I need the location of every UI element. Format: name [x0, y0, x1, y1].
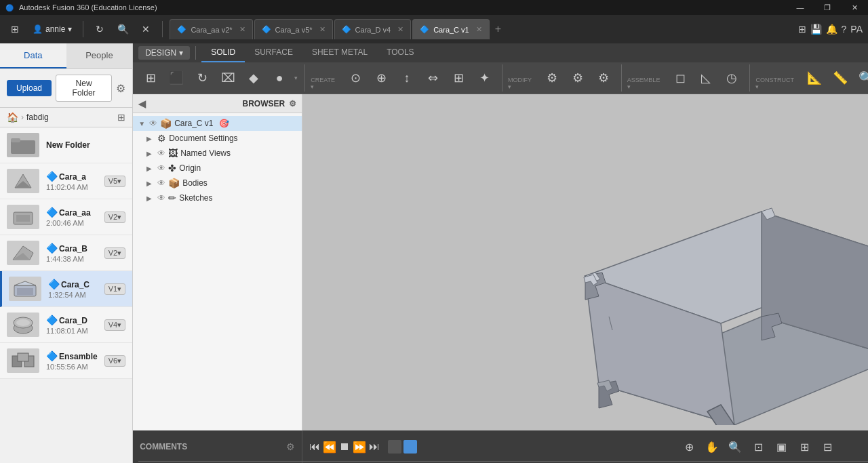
- visibility-icon[interactable]: 👁: [157, 163, 165, 173]
- account-icon[interactable]: PA: [850, 24, 863, 35]
- file-item-cara-c[interactable]: 🔷Cara_C 1:32:54 AM V1▾: [0, 271, 132, 307]
- browser-item-sketches[interactable]: ▶ 👁 ✏ Sketches: [133, 190, 302, 205]
- timeline-start-button[interactable]: ⏮: [309, 441, 320, 453]
- rib-tool[interactable]: ●: [267, 66, 292, 90]
- chamfer-tool[interactable]: ↕: [395, 66, 419, 90]
- revolve-tool[interactable]: ↻: [190, 66, 214, 90]
- tab-cara-c[interactable]: 🔷 Cara_C v1 ✕: [412, 19, 490, 39]
- motion-link-tool[interactable]: ⚙: [591, 66, 616, 90]
- browser-item-root[interactable]: ▼ 👁 📦 Cara_C v1 🎯: [133, 116, 302, 131]
- browser-item-named-views[interactable]: ▶ 👁 🖼 Named Views: [133, 146, 302, 161]
- midplane-tool[interactable]: ◺: [694, 66, 718, 90]
- timeline-next-button[interactable]: ⏩: [353, 441, 366, 454]
- scale-tool[interactable]: ✦: [472, 66, 496, 90]
- tab-cara-a[interactable]: 🔷 Cara_a v5* ✕: [254, 19, 333, 39]
- as-built-joint-tool[interactable]: ⚙: [566, 66, 590, 90]
- user-menu[interactable]: 👤 annie ▾: [28, 23, 76, 35]
- tab-data[interactable]: Data: [0, 43, 66, 68]
- refresh-icon[interactable]: ↻: [90, 20, 109, 39]
- breadcrumb-item[interactable]: fabdig: [26, 113, 49, 122]
- version-badge[interactable]: V1▾: [104, 283, 125, 295]
- tab-close-icon[interactable]: ✕: [319, 25, 326, 34]
- upload-button[interactable]: Upload: [7, 80, 52, 96]
- file-item-cara-aa[interactable]: 🔷Cara_aa 2:00:46 AM V2▾: [0, 199, 132, 235]
- close-button[interactable]: ✕: [841, 0, 868, 15]
- version-badge[interactable]: V2▾: [104, 247, 125, 259]
- capture-icon[interactable]: 🎯: [219, 119, 229, 128]
- new-folder-button[interactable]: New Folder: [56, 75, 112, 102]
- create-more-btn[interactable]: ▾: [293, 75, 299, 81]
- save-icon[interactable]: 💾: [810, 24, 822, 35]
- browser-item-bodies[interactable]: ▶ 👁 📦 Bodies: [133, 176, 302, 190]
- toolbar-tab-sheet-metal[interactable]: SHEET METAL: [302, 43, 377, 62]
- tab-people[interactable]: People: [66, 43, 133, 68]
- zoom-tool[interactable]: 🔍: [726, 437, 745, 456]
- visibility-icon[interactable]: 👁: [157, 148, 165, 158]
- visibility-icon[interactable]: 👁: [149, 119, 157, 128]
- file-item-new-folder[interactable]: New Folder: [0, 127, 132, 163]
- collapse-browser-button[interactable]: ◀: [138, 98, 146, 109]
- measure-tool[interactable]: 📐: [802, 66, 827, 90]
- search-icon[interactable]: 🔍: [113, 20, 132, 39]
- offset-plane-tool[interactable]: ◻: [668, 66, 692, 90]
- file-item-cara-a[interactable]: 🔷Cara_a 11:02:04 AM V5▾: [0, 163, 132, 199]
- display-mode-btn[interactable]: ⊞: [795, 437, 814, 456]
- version-badge[interactable]: V2▾: [104, 212, 125, 223]
- visibility-icon[interactable]: 👁: [157, 193, 165, 203]
- fit-tool[interactable]: ⊡: [749, 437, 768, 456]
- tab-close-icon[interactable]: ✕: [476, 25, 482, 34]
- sweep-tool[interactable]: ⌧: [216, 66, 240, 90]
- tab-close-icon[interactable]: ✕: [239, 25, 245, 34]
- press-pull-tool[interactable]: ⊙: [343, 66, 368, 90]
- browser-settings-icon[interactable]: ⚙: [289, 99, 296, 108]
- orbit-tool[interactable]: ⊕: [679, 437, 698, 456]
- curvature-tool[interactable]: 🔍: [854, 66, 868, 90]
- file-item-ensamble[interactable]: 🔷Ensamble 10:55:56 AM V6▾: [0, 343, 132, 379]
- interference-tool[interactable]: 📏: [828, 66, 852, 90]
- extensions-icon[interactable]: ⊞: [798, 24, 806, 35]
- minimize-button[interactable]: —: [787, 0, 814, 15]
- shell-tool[interactable]: ⇔: [420, 66, 445, 90]
- visibility-icon[interactable]: 👁: [157, 178, 165, 188]
- timeline-play-button[interactable]: ⏹: [339, 441, 350, 453]
- viewport[interactable]: TOP FRONT RIGHT Z: [302, 94, 868, 430]
- new-tab-button[interactable]: +: [491, 23, 505, 35]
- comments-settings-icon[interactable]: ⚙: [286, 441, 295, 452]
- toolbar-tab-surface[interactable]: SURFACE: [245, 43, 302, 62]
- view-mode-btn[interactable]: ▣: [772, 437, 791, 456]
- fillet-tool[interactable]: ⊕: [369, 66, 393, 90]
- version-badge[interactable]: V6▾: [104, 355, 125, 367]
- axis-tool[interactable]: ◷: [719, 66, 744, 90]
- extrude-tool[interactable]: ⬛: [164, 66, 189, 90]
- home-icon[interactable]: 🏠: [7, 112, 18, 123]
- notifications-icon[interactable]: 🔔: [826, 24, 837, 35]
- help-icon[interactable]: ?: [842, 24, 847, 35]
- toolbar-tab-solid[interactable]: SOLID: [201, 43, 245, 62]
- version-badge[interactable]: V5▾: [104, 176, 125, 187]
- maximize-button[interactable]: ❐: [814, 0, 841, 15]
- browser-item-origin[interactable]: ▶ 👁 ✤ Origin: [133, 161, 302, 176]
- grid-icon[interactable]: ⊞: [5, 20, 24, 39]
- loft-tool[interactable]: ◆: [241, 66, 266, 90]
- timeline-prev-button[interactable]: ⏪: [323, 441, 336, 454]
- tab-cara-d[interactable]: 🔷 Cara_D v4 ✕: [334, 19, 412, 39]
- cancel-icon[interactable]: ✕: [136, 20, 155, 39]
- combine-tool[interactable]: ⊞: [446, 66, 471, 90]
- file-item-cara-b[interactable]: 🔷Cara_B 1:44:38 AM V2▾: [0, 235, 132, 271]
- frame-item[interactable]: [388, 440, 401, 454]
- tab-close-icon[interactable]: ✕: [397, 25, 403, 34]
- browser-item-doc-settings[interactable]: ▶ ⚙ Document Settings: [133, 131, 302, 146]
- file-item-cara-d[interactable]: 🔷Cara_D 11:08:01 AM V4▾: [0, 307, 132, 343]
- joint-tool[interactable]: ⚙: [540, 66, 564, 90]
- toolbar-tab-tools[interactable]: TOOLS: [377, 43, 423, 62]
- panel-settings-icon[interactable]: ⚙: [116, 82, 125, 95]
- design-button[interactable]: DESIGN ▾: [138, 46, 190, 60]
- pan-tool[interactable]: ✋: [703, 437, 722, 456]
- frame-item-active[interactable]: [403, 440, 417, 454]
- version-badge[interactable]: V4▾: [104, 319, 125, 331]
- tab-cara-aa[interactable]: 🔷 Cara_aa v2* ✕: [170, 19, 252, 39]
- visual-style-btn[interactable]: ⊟: [818, 437, 837, 456]
- new-component-tool[interactable]: ⊞: [138, 66, 163, 90]
- breadcrumb-refresh-icon[interactable]: ⊞: [117, 112, 125, 123]
- timeline-end-button[interactable]: ⏭: [369, 441, 380, 453]
